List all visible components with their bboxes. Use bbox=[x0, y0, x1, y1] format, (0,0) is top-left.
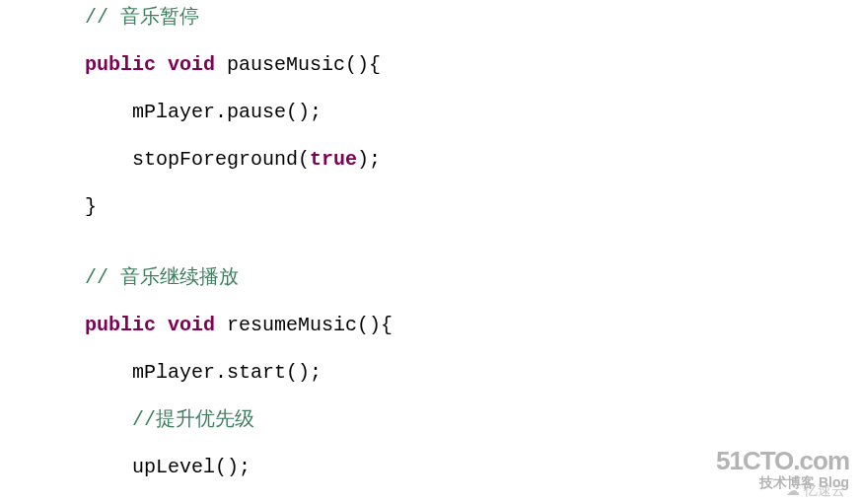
method-resume: resumeMusic(){ bbox=[215, 314, 393, 336]
kw-true: true bbox=[310, 148, 357, 171]
stmt-stopfg-b: ); bbox=[357, 148, 381, 171]
comment-resume: // 音乐继续播放 bbox=[85, 266, 239, 289]
comment-uplevel: //提升优先级 bbox=[132, 408, 254, 431]
method-pause: pauseMusic(){ bbox=[215, 53, 381, 76]
kw-public: public bbox=[85, 53, 156, 76]
kw-public: public bbox=[85, 314, 156, 336]
close-brace: } bbox=[85, 195, 97, 218]
stmt-pause: mPlayer.pause(); bbox=[132, 101, 322, 123]
kw-void: void bbox=[168, 314, 215, 336]
stmt-start: mPlayer.start(); bbox=[132, 361, 322, 384]
stmt-uplevel: upLevel(); bbox=[132, 456, 251, 478]
kw-void: void bbox=[168, 53, 215, 76]
code-block: // 音乐暂停 public void pauseMusic(){ mPlaye… bbox=[0, 0, 859, 504]
comment-pause: // 音乐暂停 bbox=[85, 6, 199, 29]
stmt-stopfg-a: stopForeground( bbox=[132, 148, 310, 171]
